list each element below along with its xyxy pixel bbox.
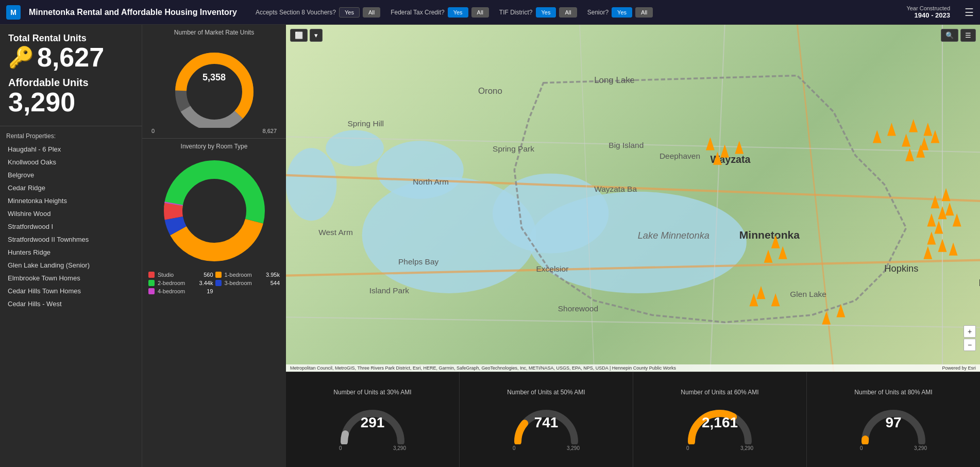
gauge-title-2: Number of Units at 60% AMI (681, 389, 758, 396)
left-panel: Total Rental Units 🔑 8,627 Affordable Un… (0, 25, 142, 467)
gauge-wrap-2: 2,161 (684, 398, 756, 444)
app-logo: M (6, 5, 21, 20)
market-rate-chart: Number of Market Rate Units 5,358 0 8,62… (142, 25, 286, 139)
gauge-range-1: 0 3,290 (513, 445, 580, 451)
year-label: Year Constructed (906, 5, 950, 11)
legend-item: 2-bedroom 3.44k (148, 280, 213, 286)
legend-color (215, 280, 222, 286)
market-rate-center-value: 5,358 (202, 72, 226, 83)
svg-marker-50 (887, 123, 896, 136)
property-item[interactable]: Haugdahl - 6 Plex (0, 143, 142, 156)
svg-text:North Arm: North Arm (413, 177, 449, 186)
legend-label: 3-bedroom (225, 280, 252, 286)
svg-marker-62 (923, 246, 932, 259)
menu-icon[interactable]: ☰ (965, 6, 974, 19)
legend-item: 3-bedroom 544 (215, 280, 280, 286)
svg-text:Glen Lake: Glen Lake (790, 290, 826, 298)
map-attribution: Metropolitan Council, MetroGIS, Three Ri… (286, 364, 980, 372)
svg-marker-68 (749, 293, 758, 306)
gauge-value-3: 97 (885, 414, 901, 431)
svg-text:Deephaven: Deephaven (660, 152, 700, 160)
property-item[interactable]: Glen Lake Landing (Senior) (0, 259, 142, 272)
stats-section: Total Rental Units 🔑 8,627 Affordable Un… (0, 25, 142, 126)
gauge-min-3: 0 (860, 445, 863, 451)
map-dropdown-btn[interactable]: ▾ (310, 29, 323, 42)
svg-text:Big Island: Big Island (609, 141, 644, 149)
senior-yes-btn[interactable]: Yes (612, 7, 632, 18)
legend-item: 1-bedroom 3.95k (215, 272, 280, 278)
legend-label: 1-bedroom (225, 272, 252, 278)
gauge-title-3: Number of Units at 80% AMI (854, 389, 932, 396)
legend-color (148, 272, 155, 278)
svg-text:Orono: Orono (478, 86, 502, 96)
svg-point-13 (286, 148, 336, 221)
gauge-wrap-0: 291 (336, 398, 409, 444)
map-background: Orono Long Lake Wayzata Lake Minnetonka … (286, 25, 980, 372)
zoom-out-btn[interactable]: − (964, 339, 976, 351)
map-area[interactable]: Orono Long Lake Wayzata Lake Minnetonka … (286, 25, 980, 372)
senior-all-btn[interactable]: All (635, 7, 653, 18)
tif-all-btn[interactable]: All (559, 7, 577, 18)
tif-yes-btn[interactable]: Yes (536, 7, 556, 18)
svg-text:Lake Minnetonka: Lake Minnetonka (638, 230, 709, 241)
affordable-units-block: Affordable Units 3,290 (8, 77, 133, 115)
gauge-max-2: 3,290 (740, 445, 753, 451)
tif-filter: TIF District? Yes All (499, 7, 577, 18)
svg-marker-60 (938, 239, 947, 252)
senior-filter: Senior? Yes All (587, 7, 653, 18)
property-item[interactable]: Belgrove (0, 169, 142, 181)
gauge-wrap-3: 97 (857, 398, 930, 444)
property-item[interactable]: Cedar Hills - West (0, 297, 142, 310)
svg-marker-56 (935, 221, 943, 233)
section8-filter: Accepts Section 8 Vouchers? Yes All (256, 7, 380, 18)
zoom-in-btn[interactable]: + (964, 325, 976, 338)
svg-text:West Arm: West Arm (318, 228, 353, 237)
total-units-value: 🔑 8,627 (8, 44, 133, 71)
svg-text:Hopkins: Hopkins (884, 263, 918, 274)
gauge-max-0: 3,290 (393, 445, 406, 451)
gauge-value-1: 741 (534, 414, 559, 431)
tax-credit-yes-btn[interactable]: Yes (448, 7, 468, 18)
svg-marker-45 (902, 134, 910, 146)
gauge-range-3: 0 3,290 (860, 445, 927, 451)
key-icon: 🔑 (8, 47, 34, 68)
property-item[interactable]: Stratfordwood II Townhmes (0, 233, 142, 246)
svg-text:Island Park: Island Park (369, 286, 410, 295)
total-units-block: Total Rental Units 🔑 8,627 (8, 33, 133, 71)
tif-label: TIF District? (499, 9, 533, 16)
svg-text:Wayzata Ba: Wayzata Ba (594, 185, 637, 193)
room-type-donut-container (158, 154, 271, 268)
legend-color (148, 280, 155, 286)
property-item[interactable]: Stratfordwood I (0, 220, 142, 233)
map-sketch-btn[interactable]: ⬜ (290, 29, 308, 42)
main-content: Total Rental Units 🔑 8,627 Affordable Un… (0, 25, 980, 467)
legend-color (148, 288, 155, 294)
svg-marker-48 (931, 130, 939, 143)
property-item[interactable]: Elmbrooke Town Homes (0, 272, 142, 285)
svg-marker-51 (873, 130, 882, 143)
section8-yes-btn[interactable]: Yes (339, 7, 360, 18)
property-item[interactable]: Minnetonka Heights (0, 194, 142, 207)
market-rate-title: Number of Market Rate Units (146, 29, 282, 36)
svg-marker-67 (764, 249, 773, 262)
gauge-title-0: Number of Units at 30% AMI (333, 389, 411, 396)
market-rate-donut-container: 5,358 (146, 40, 282, 128)
svg-marker-64 (771, 293, 780, 306)
properties-list: Rental Properties: Haugdahl - 6 PlexKnol… (0, 126, 142, 467)
legend-value: 3.44k (199, 280, 213, 286)
property-item[interactable]: Knollwood Oaks (0, 156, 142, 169)
svg-point-11 (377, 141, 464, 199)
property-item[interactable]: Wilshire Wood (0, 207, 142, 220)
property-item[interactable]: Cedar Ridge (0, 181, 142, 194)
map-list-btn[interactable]: ☰ (960, 29, 976, 42)
right-section: Orono Long Lake Wayzata Lake Minnetonka … (286, 25, 980, 467)
property-item[interactable]: Hunters Ridge (0, 246, 142, 259)
gauge-title-1: Number of Units at 50% AMI (507, 389, 585, 396)
tax-credit-all-btn[interactable]: All (471, 7, 489, 18)
section8-all-btn[interactable]: All (363, 7, 380, 18)
legend-value: 560 (204, 272, 213, 278)
svg-marker-44 (923, 123, 932, 136)
map-search-btn[interactable]: 🔍 (941, 29, 958, 42)
svg-marker-43 (909, 119, 918, 132)
property-item[interactable]: Cedar Hills Town Homes (0, 285, 142, 297)
